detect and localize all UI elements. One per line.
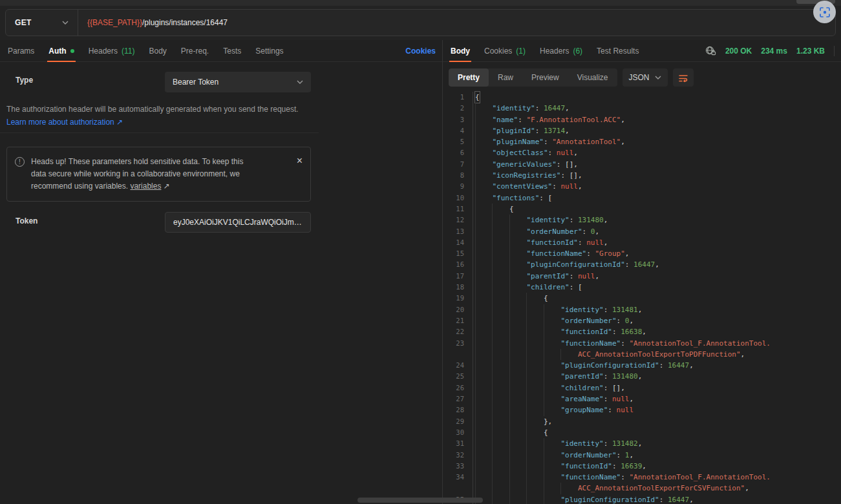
response-headers-count: (6) <box>573 47 582 56</box>
close-icon[interactable]: × <box>297 156 303 193</box>
wrap-text-button[interactable] <box>673 68 694 87</box>
auth-type-select[interactable]: Bearer Token <box>165 72 311 92</box>
chevron-down-icon <box>297 80 303 84</box>
view-visualize[interactable]: Visualize <box>568 68 617 87</box>
code-line: 7"genericValues": [], <box>443 159 841 170</box>
wrap-text-icon <box>678 73 688 82</box>
url-input[interactable]: {{BASE_PATH}}/plugins/instances/16447 <box>78 18 228 27</box>
horizontal-scrollbar[interactable] <box>357 498 483 503</box>
view-pretty[interactable]: Pretty <box>449 68 489 87</box>
tab-response-cookies[interactable]: Cookies (1) <box>483 40 527 61</box>
external-link-icon: ↗ <box>164 182 170 191</box>
viewfinder-icon <box>819 6 831 18</box>
code-line: 4"pluginId": 13714, <box>443 125 841 136</box>
cookies-count: (1) <box>516 47 526 56</box>
response-panel: Body Cookies (1) Headers (6) Test Result… <box>442 40 841 504</box>
request-tabs: Params Auth Headers (11) Body Pre-req. T… <box>0 40 442 62</box>
auth-info-text: The authorization header will be automat… <box>6 103 420 115</box>
cookies-link[interactable]: Cookies <box>405 40 436 61</box>
method-dropdown[interactable]: GET <box>6 10 78 36</box>
tab-prereq[interactable]: Pre-req. <box>180 40 210 61</box>
code-line: 9"contentViews": null, <box>443 181 841 192</box>
tab-params[interactable]: Params <box>6 40 36 61</box>
response-meta: 200 OK 234 ms 1.23 KB <box>705 40 835 61</box>
code-line: 17"parentId": null, <box>443 271 841 282</box>
response-body-viewer: 1{2"identity": 16447,3"name": "F.Annotat… <box>443 92 841 504</box>
code-line: 3"name": "F.AnnotationTool.ACC", <box>443 114 841 125</box>
token-label: Token <box>16 216 37 226</box>
code-line: ACC_AnnotationToolExportForCSVFunction", <box>443 483 841 494</box>
response-tabs: Body Cookies (1) Headers (6) Test Result… <box>443 40 841 62</box>
network-lock-icon <box>705 46 716 56</box>
sensitive-data-banner: ! Heads up! These parameters hold sensit… <box>6 147 311 202</box>
code-line: 23"functionName": "AnnotationTool_F.Anno… <box>443 338 841 349</box>
code-line: 33"functionId": 16639, <box>443 461 841 472</box>
headers-count: (11) <box>122 47 134 56</box>
code-line: 32"orderNumber": 1, <box>443 450 841 461</box>
code-line: 13"orderNumber": 0, <box>443 226 841 237</box>
method-label: GET <box>15 18 32 27</box>
banner-text: Heads up! These parameters hold sensitiv… <box>31 156 259 193</box>
external-link-icon: ↗ <box>116 118 123 127</box>
response-size[interactable]: 1.23 KB <box>796 47 825 56</box>
url-path: /plugins/instances/16447 <box>142 18 228 27</box>
code-line: 19{ <box>443 293 841 304</box>
code-line: 18"children": [ <box>443 282 841 293</box>
code-line: 24"pluginConfigurationId": 16447, <box>443 360 841 371</box>
request-panel: Params Auth Headers (11) Body Pre-req. T… <box>0 40 442 504</box>
response-view-controls: Pretty Raw Preview Visualize JSON <box>449 68 841 87</box>
chevron-down-icon <box>62 21 69 25</box>
code-line: 6"objectClass": null, <box>443 147 841 158</box>
code-line: 31"identity": 131482, <box>443 438 841 449</box>
variables-link[interactable]: variables <box>130 182 161 191</box>
format-dropdown[interactable]: JSON <box>623 68 668 87</box>
code-line: 20"identity": 131481, <box>443 304 841 315</box>
screen-capture-button[interactable] <box>813 1 836 23</box>
code-line: 8"iconRegistries": [], <box>443 170 841 181</box>
tab-body[interactable]: Body <box>147 40 167 61</box>
section-divider <box>0 132 319 133</box>
code-line: 28"groupName": null <box>443 404 841 415</box>
url-variable: {{BASE_PATH}} <box>87 18 142 27</box>
tab-response-headers[interactable]: Headers (6) <box>538 40 584 61</box>
code-line: 1{ <box>443 92 841 103</box>
status-badge[interactable]: 200 OK <box>725 47 752 56</box>
tab-tests[interactable]: Tests <box>222 40 242 61</box>
info-circle-icon: ! <box>15 157 25 167</box>
request-url-bar: GET {{BASE_PATH}}/plugins/instances/1644… <box>0 6 841 40</box>
code-line: 30{ <box>443 427 841 438</box>
tab-response-body[interactable]: Body <box>449 40 471 61</box>
code-line: ACC_AnnotationToolExportToPDFFunction", <box>443 349 841 360</box>
tab-settings[interactable]: Settings <box>254 40 284 61</box>
code-line: 12"identity": 131480, <box>443 215 841 226</box>
code-line: 26"children": [], <box>443 383 841 394</box>
code-line: 5"pluginName": "AnnotationTool", <box>443 136 841 147</box>
view-preview[interactable]: Preview <box>522 68 568 87</box>
learn-more-link[interactable]: Learn more about authorization ↗ <box>6 116 123 128</box>
code-line: 21"orderNumber": 0, <box>443 315 841 326</box>
auth-type-label: Type <box>16 76 33 85</box>
code-line: 2"identity": 16447, <box>443 103 841 114</box>
code-line: 14"functionId": null, <box>443 237 841 248</box>
chevron-down-icon <box>655 76 661 79</box>
token-input[interactable]: eyJ0eXAiOiJKV1QiLCJraWQiOiJmcm... <box>165 212 311 233</box>
view-raw[interactable]: Raw <box>489 68 522 87</box>
meta-divider <box>834 46 835 56</box>
window-top-strip <box>0 0 841 6</box>
code-line: 15"functionName": "Group", <box>443 248 841 259</box>
tab-headers[interactable]: Headers (11) <box>87 40 136 61</box>
code-line: 27"areaName": null, <box>443 394 841 404</box>
code-line: 11{ <box>443 204 841 215</box>
code-line: 29}, <box>443 416 841 427</box>
view-mode-switch: Pretty Raw Preview Visualize <box>449 68 617 87</box>
code-line: 35"pluginConfigurationId": 16447, <box>443 494 841 504</box>
url-field: GET {{BASE_PATH}}/plugins/instances/1644… <box>5 9 836 36</box>
tab-auth[interactable]: Auth <box>47 40 75 61</box>
tab-test-results[interactable]: Test Results <box>595 40 640 61</box>
code-line: 22"functionId": 16638, <box>443 326 841 337</box>
code-line: 10"functions": [ <box>443 193 841 204</box>
code-line: 16"pluginConfigurationId": 16447, <box>443 259 841 270</box>
response-time[interactable]: 234 ms <box>761 47 787 56</box>
code-lines: 1{2"identity": 16447,3"name": "F.Annotat… <box>443 92 841 504</box>
code-line: 34"functionName": "AnnotationTool_F.Anno… <box>443 472 841 483</box>
